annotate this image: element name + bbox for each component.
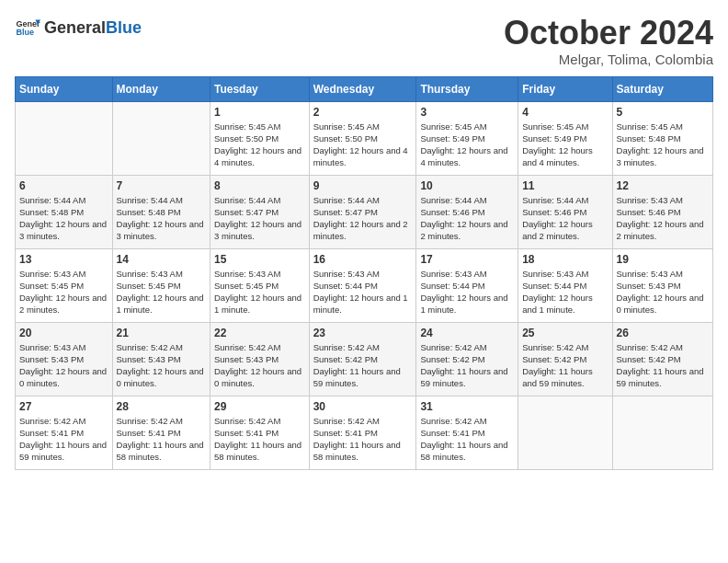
day-cell: 24Sunrise: 5:42 AM Sunset: 5:42 PM Dayli… [416,322,518,396]
day-info: Sunrise: 5:42 AM Sunset: 5:41 PM Dayligh… [19,415,108,464]
day-info: Sunrise: 5:42 AM Sunset: 5:41 PM Dayligh… [420,415,514,464]
day-cell: 2Sunrise: 5:45 AM Sunset: 5:50 PM Daylig… [309,101,416,175]
day-cell: 25Sunrise: 5:42 AM Sunset: 5:42 PM Dayli… [518,322,612,396]
calendar-table: SundayMondayTuesdayWednesdayThursdayFrid… [15,76,713,470]
week-row-3: 13Sunrise: 5:43 AM Sunset: 5:45 PM Dayli… [16,248,713,322]
day-cell: 18Sunrise: 5:43 AM Sunset: 5:44 PM Dayli… [518,248,612,322]
day-cell [16,101,113,175]
day-number: 24 [420,327,514,339]
day-cell: 31Sunrise: 5:42 AM Sunset: 5:41 PM Dayli… [416,396,518,469]
day-number: 23 [313,327,413,339]
day-number: 20 [19,327,108,339]
day-number: 9 [313,179,413,192]
day-cell: 9Sunrise: 5:44 AM Sunset: 5:47 PM Daylig… [309,175,416,248]
day-info: Sunrise: 5:43 AM Sunset: 5:46 PM Dayligh… [617,194,709,243]
day-cell: 13Sunrise: 5:43 AM Sunset: 5:45 PM Dayli… [16,248,113,322]
day-info: Sunrise: 5:42 AM Sunset: 5:42 PM Dayligh… [420,341,514,390]
day-cell: 12Sunrise: 5:43 AM Sunset: 5:46 PM Dayli… [612,175,712,248]
day-info: Sunrise: 5:44 AM Sunset: 5:47 PM Dayligh… [313,194,413,243]
day-info: Sunrise: 5:43 AM Sunset: 5:45 PM Dayligh… [117,268,206,316]
day-info: Sunrise: 5:43 AM Sunset: 5:43 PM Dayligh… [19,341,108,390]
day-cell: 14Sunrise: 5:43 AM Sunset: 5:45 PM Dayli… [112,248,210,322]
day-number: 4 [522,106,608,119]
day-cell: 1Sunrise: 5:45 AM Sunset: 5:50 PM Daylig… [210,101,310,175]
day-info: Sunrise: 5:43 AM Sunset: 5:44 PM Dayligh… [313,268,413,316]
logo: General Blue General Blue [15,15,142,40]
day-header-thursday: Thursday [416,76,518,101]
day-header-tuesday: Tuesday [210,76,310,101]
day-number: 11 [522,179,608,192]
day-number: 27 [19,400,108,413]
day-cell: 17Sunrise: 5:43 AM Sunset: 5:44 PM Dayli… [416,248,518,322]
day-header-sunday: Sunday [16,76,113,101]
day-info: Sunrise: 5:42 AM Sunset: 5:41 PM Dayligh… [117,415,206,464]
day-cell: 28Sunrise: 5:42 AM Sunset: 5:41 PM Dayli… [112,396,210,469]
day-cell: 7Sunrise: 5:44 AM Sunset: 5:48 PM Daylig… [112,175,210,248]
week-row-4: 20Sunrise: 5:43 AM Sunset: 5:43 PM Dayli… [16,322,713,396]
logo-blue: Blue [106,18,142,38]
week-row-5: 27Sunrise: 5:42 AM Sunset: 5:41 PM Dayli… [16,396,713,469]
day-number: 30 [313,400,413,413]
day-cell: 22Sunrise: 5:42 AM Sunset: 5:43 PM Dayli… [210,322,310,396]
day-info: Sunrise: 5:43 AM Sunset: 5:44 PM Dayligh… [420,268,514,316]
day-info: Sunrise: 5:42 AM Sunset: 5:41 PM Dayligh… [214,415,305,464]
day-info: Sunrise: 5:44 AM Sunset: 5:46 PM Dayligh… [522,194,608,243]
day-info: Sunrise: 5:44 AM Sunset: 5:48 PM Dayligh… [19,194,108,243]
subtitle: Melgar, Tolima, Colombia [504,52,713,67]
day-header-saturday: Saturday [612,76,712,101]
title-area: October 2024 Melgar, Tolima, Colombia [504,15,713,67]
day-info: Sunrise: 5:42 AM Sunset: 5:42 PM Dayligh… [617,341,709,390]
day-number: 19 [617,253,709,266]
day-info: Sunrise: 5:44 AM Sunset: 5:48 PM Dayligh… [117,194,206,243]
day-cell: 8Sunrise: 5:44 AM Sunset: 5:47 PM Daylig… [210,175,310,248]
day-number: 29 [214,400,305,413]
day-cell: 19Sunrise: 5:43 AM Sunset: 5:43 PM Dayli… [612,248,712,322]
day-cell: 11Sunrise: 5:44 AM Sunset: 5:46 PM Dayli… [518,175,612,248]
day-info: Sunrise: 5:43 AM Sunset: 5:45 PM Dayligh… [214,268,305,316]
day-number: 21 [117,327,206,339]
day-info: Sunrise: 5:44 AM Sunset: 5:47 PM Dayligh… [214,194,305,243]
day-number: 10 [420,179,514,192]
day-cell: 29Sunrise: 5:42 AM Sunset: 5:41 PM Dayli… [210,396,310,469]
header: General Blue General Blue October 2024 M… [15,15,713,67]
day-cell: 20Sunrise: 5:43 AM Sunset: 5:43 PM Dayli… [16,322,113,396]
day-info: Sunrise: 5:45 AM Sunset: 5:49 PM Dayligh… [420,121,514,169]
month-title: October 2024 [504,15,713,52]
day-number: 26 [617,327,709,339]
day-number: 22 [214,327,305,339]
day-cell: 4Sunrise: 5:45 AM Sunset: 5:49 PM Daylig… [518,101,612,175]
day-header-friday: Friday [518,76,612,101]
day-info: Sunrise: 5:42 AM Sunset: 5:43 PM Dayligh… [117,341,206,390]
day-number: 12 [617,179,709,192]
day-number: 28 [117,400,206,413]
day-info: Sunrise: 5:45 AM Sunset: 5:49 PM Dayligh… [522,121,608,169]
days-header-row: SundayMondayTuesdayWednesdayThursdayFrid… [16,76,713,101]
day-number: 13 [19,253,108,266]
logo-general: General [44,18,106,38]
day-info: Sunrise: 5:42 AM Sunset: 5:41 PM Dayligh… [313,415,413,464]
day-cell: 10Sunrise: 5:44 AM Sunset: 5:46 PM Dayli… [416,175,518,248]
day-cell: 27Sunrise: 5:42 AM Sunset: 5:41 PM Dayli… [16,396,113,469]
day-info: Sunrise: 5:43 AM Sunset: 5:44 PM Dayligh… [522,268,608,316]
day-info: Sunrise: 5:42 AM Sunset: 5:42 PM Dayligh… [522,341,608,390]
day-number: 18 [522,253,608,266]
day-info: Sunrise: 5:42 AM Sunset: 5:42 PM Dayligh… [313,341,413,390]
day-cell: 30Sunrise: 5:42 AM Sunset: 5:41 PM Dayli… [309,396,416,469]
week-row-2: 6Sunrise: 5:44 AM Sunset: 5:48 PM Daylig… [16,175,713,248]
day-cell: 21Sunrise: 5:42 AM Sunset: 5:43 PM Dayli… [112,322,210,396]
day-cell [518,396,612,469]
day-cell: 23Sunrise: 5:42 AM Sunset: 5:42 PM Dayli… [309,322,416,396]
day-number: 31 [420,400,514,413]
day-header-monday: Monday [112,76,210,101]
day-number: 5 [617,106,709,119]
day-cell: 16Sunrise: 5:43 AM Sunset: 5:44 PM Dayli… [309,248,416,322]
day-number: 2 [313,106,413,119]
day-cell [112,101,210,175]
day-cell: 26Sunrise: 5:42 AM Sunset: 5:42 PM Dayli… [612,322,712,396]
day-cell: 6Sunrise: 5:44 AM Sunset: 5:48 PM Daylig… [16,175,113,248]
day-header-wednesday: Wednesday [309,76,416,101]
day-cell: 15Sunrise: 5:43 AM Sunset: 5:45 PM Dayli… [210,248,310,322]
day-number: 15 [214,253,305,266]
day-info: Sunrise: 5:45 AM Sunset: 5:48 PM Dayligh… [617,121,709,169]
day-number: 17 [420,253,514,266]
